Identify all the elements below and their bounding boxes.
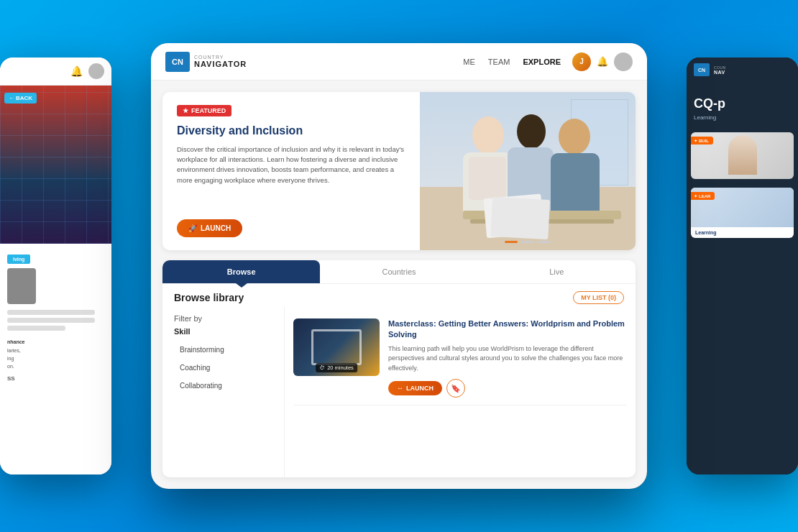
- course-desc: This learning path will help you use Wor…: [388, 344, 627, 374]
- scene: 🔔 ← BACK lving nhance lar: [0, 0, 798, 532]
- logo-navigator: NAVIGATOR: [194, 60, 247, 68]
- browse-title: Browse library: [174, 292, 244, 303]
- chevron-down-icon: ✦: [694, 138, 697, 143]
- nav-logo: CN COUNTRY NAVIGATOR: [165, 52, 247, 72]
- clock-icon: ⏱: [319, 364, 325, 371]
- main-nav: CN COUNTRY NAVIGATOR ME TEAM EXPLORE J 🔔: [151, 43, 647, 81]
- left-text-2: [7, 318, 95, 323]
- skill-coaching[interactable]: Coaching: [174, 359, 272, 376]
- left-bell-icon: 🔔: [70, 65, 83, 77]
- hero-title: Diversity and Inclusion: [177, 124, 405, 139]
- hero-dot-3: [538, 241, 551, 243]
- right-cq-title: CQ-p: [694, 96, 791, 111]
- nav-color-avatar[interactable]: J: [572, 52, 591, 71]
- arrow-icon: ↔: [397, 385, 403, 392]
- hero-dots: [505, 241, 551, 243]
- course-launch-button[interactable]: ↔ LAUNCH: [388, 381, 442, 395]
- hero-launch-button[interactable]: 🚀 LAUNCH: [177, 219, 242, 237]
- svg-rect-2: [469, 157, 506, 200]
- mylist-badge[interactable]: MY LIST (0): [573, 291, 624, 304]
- main-content: ★ FEATURED Diversity and Inclusion Disco…: [151, 81, 647, 489]
- hero-right: [420, 92, 636, 250]
- left-text-1: [7, 310, 95, 315]
- nav-link-me[interactable]: ME: [463, 58, 475, 66]
- browse-section: Browse Countries Live Browse library MY …: [162, 260, 636, 477]
- right-card-2-label: Learning: [691, 227, 794, 238]
- nav-grey-avatar[interactable]: [614, 52, 633, 71]
- logo-country: COUNTRY: [194, 55, 247, 60]
- logo-cn-text: CN: [172, 58, 183, 66]
- right-logo-cn: CN: [698, 68, 705, 73]
- chevron-down-icon-2: ✦: [694, 193, 697, 198]
- tab-live[interactable]: Live: [478, 260, 636, 283]
- filter-skill-label: Skill: [174, 327, 272, 336]
- rocket-icon: 🚀: [188, 224, 197, 232]
- tablet-right: CN COUN NAV CQ-p Learning ✦ BUIL: [687, 58, 798, 474]
- course-info: Masterclass: Getting Better Answers: Wor…: [388, 318, 627, 398]
- course-duration: ⏱ 20 minutes: [316, 363, 357, 372]
- bookmark-icon: 🔖: [451, 384, 461, 393]
- hero-office-scene: [420, 92, 636, 250]
- svg-point-5: [559, 119, 590, 155]
- left-back-button[interactable]: ← BACK: [4, 93, 37, 104]
- tab-countries[interactable]: Countries: [320, 260, 477, 283]
- svg-point-3: [517, 114, 546, 149]
- right-person-silhouette: [728, 135, 757, 175]
- filter-by-label: Filter by: [174, 314, 272, 323]
- hero-desc: Discover the critical importance of incl…: [177, 145, 405, 209]
- left-avatar: [88, 63, 104, 79]
- right-logo-text: COUN NAV: [714, 65, 726, 75]
- nav-bell-icon[interactable]: 🔔: [597, 56, 608, 67]
- left-hero-image: ← BACK: [0, 86, 111, 244]
- tablet-left: 🔔 ← BACK lving nhance lar: [0, 58, 111, 474]
- left-ss-text: SS: [7, 375, 104, 382]
- courses-panel: ⏱ 20 minutes Masterclass: Getting Better…: [285, 307, 636, 477]
- course-bookmark-button[interactable]: 🔖: [446, 379, 465, 398]
- left-person-silhouette: [7, 268, 36, 304]
- hero-dot-2: [521, 241, 534, 243]
- hero-card: ★ FEATURED Diversity and Inclusion Disco…: [162, 92, 636, 250]
- filter-panel: Filter by Skill Brainstorming Coaching C…: [162, 307, 285, 477]
- hero-dot-1: [505, 241, 518, 243]
- logo-text: COUNTRY NAVIGATOR: [194, 55, 247, 69]
- nav-icons: J 🔔: [572, 52, 633, 71]
- right-hero-text: CQ-p Learning: [687, 82, 798, 128]
- svg-rect-10: [490, 197, 550, 239]
- right-card-2: ✦ LEAR Learning: [691, 188, 794, 238]
- right-build-badge: ✦ BUIL: [691, 137, 713, 145]
- svg-point-0: [472, 116, 504, 154]
- hero-left: ★ FEATURED Diversity and Inclusion Disco…: [162, 92, 420, 250]
- nav-link-team[interactable]: TEAM: [488, 58, 510, 66]
- course-title: Masterclass: Getting Better Answers: Wor…: [388, 318, 627, 341]
- left-ss-label: nhance: [7, 339, 104, 344]
- course-thumbnail: ⏱ 20 minutes: [293, 318, 380, 376]
- logo-box: CN: [165, 52, 190, 72]
- tab-browse[interactable]: Browse: [162, 260, 320, 283]
- nav-links: ME TEAM EXPLORE: [463, 58, 561, 66]
- tablet-main: CN COUNTRY NAVIGATOR ME TEAM EXPLORE J 🔔: [151, 43, 647, 489]
- nav-link-explore[interactable]: EXPLORE: [523, 58, 561, 66]
- right-card-1: ✦ BUIL: [691, 132, 794, 179]
- left-solving-badge: lving: [7, 254, 30, 264]
- browse-header: Browse library MY LIST (0): [162, 284, 636, 307]
- featured-badge: ★ FEATURED: [177, 105, 231, 116]
- star-icon: ★: [183, 107, 188, 114]
- right-top-bar: CN COUN NAV: [687, 58, 798, 82]
- right-logo-box: CN: [694, 63, 710, 76]
- course-card: ⏱ 20 minutes Masterclass: Getting Better…: [293, 311, 627, 405]
- left-text-3: [7, 326, 65, 331]
- hero-people-svg: [420, 92, 636, 250]
- thumb-frame: [311, 329, 362, 365]
- skill-brainstorming[interactable]: Brainstorming: [174, 341, 272, 358]
- right-learn-badge: ✦ LEAR: [691, 192, 715, 200]
- browse-body: Filter by Skill Brainstorming Coaching C…: [162, 307, 636, 477]
- right-cq-sub: Learning: [694, 114, 791, 121]
- course-actions: ↔ LAUNCH 🔖: [388, 379, 627, 398]
- browse-tabs: Browse Countries Live: [162, 260, 636, 284]
- skill-collaborating[interactable]: Collaborating: [174, 377, 272, 394]
